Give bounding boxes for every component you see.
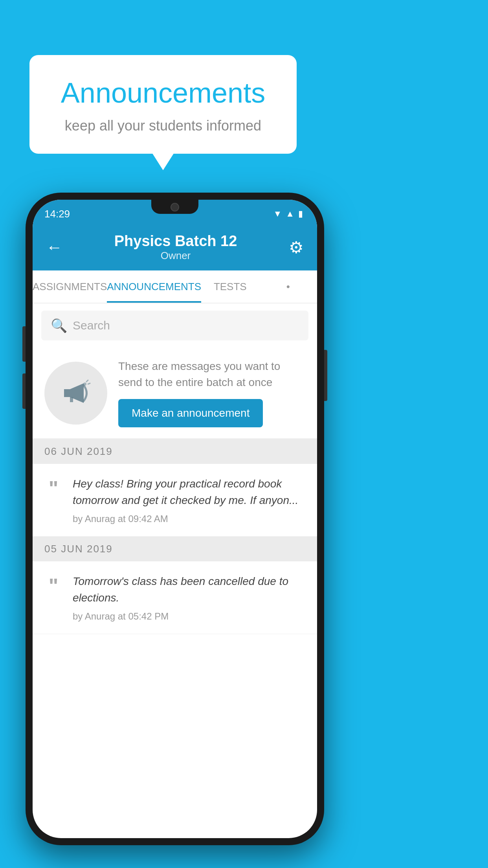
date-separator-1: 06 JUN 2019 xyxy=(33,439,317,464)
announcement-content-1: Hey class! Bring your practical record b… xyxy=(73,476,306,524)
tab-more[interactable]: • xyxy=(259,270,317,303)
phone-outer: 14:29 ▼ ▲ ▮ ← Physics Batch 12 Owner ⚙ xyxy=(26,193,324,845)
phone-wrapper: 14:29 ▼ ▲ ▮ ← Physics Batch 12 Owner ⚙ xyxy=(26,193,324,845)
phone-screen: 14:29 ▼ ▲ ▮ ← Physics Batch 12 Owner ⚙ xyxy=(33,200,317,838)
app-subtitle: Owner xyxy=(114,250,237,262)
date-label-1: 06 JUN 2019 xyxy=(44,445,113,457)
announcement-item-2[interactable]: " Tomorrow's class has been cancelled du… xyxy=(33,561,317,634)
settings-icon[interactable]: ⚙ xyxy=(289,238,304,257)
promo-right: These are messages you want to send to t… xyxy=(118,359,305,427)
tab-assignments[interactable]: ASSIGNMENTS xyxy=(33,270,107,303)
megaphone-icon xyxy=(58,375,94,411)
speech-bubble-container: Announcements keep all your students inf… xyxy=(29,55,297,154)
battery-icon: ▮ xyxy=(298,209,303,219)
date-label-2: 05 JUN 2019 xyxy=(44,543,113,555)
announcement-text-1: Hey class! Bring your practical record b… xyxy=(73,476,306,509)
search-placeholder: Search xyxy=(73,319,110,332)
speech-bubble: Announcements keep all your students inf… xyxy=(29,55,297,154)
date-separator-2: 05 JUN 2019 xyxy=(33,537,317,561)
search-bar[interactable]: 🔍 Search xyxy=(41,311,308,340)
tab-tests[interactable]: TESTS xyxy=(201,270,259,303)
app-bar-title: Physics Batch 12 Owner xyxy=(114,233,237,262)
promo-description: These are messages you want to send to t… xyxy=(118,359,305,390)
search-container: 🔍 Search xyxy=(33,303,317,348)
svg-line-2 xyxy=(88,383,90,384)
phone-button-left-bottom xyxy=(22,373,26,409)
announcement-text-2: Tomorrow's class has been cancelled due … xyxy=(73,573,306,606)
make-announcement-button[interactable]: Make an announcement xyxy=(118,399,263,427)
svg-point-0 xyxy=(83,383,86,386)
search-icon: 🔍 xyxy=(51,318,67,333)
svg-line-1 xyxy=(86,380,88,382)
signal-icon: ▲ xyxy=(286,209,294,219)
announcement-promo: These are messages you want to send to t… xyxy=(33,348,317,439)
wifi-icon: ▼ xyxy=(273,209,282,219)
quote-icon-2: " xyxy=(44,576,63,596)
announcement-content-2: Tomorrow's class has been cancelled due … xyxy=(73,573,306,622)
back-button[interactable]: ← xyxy=(46,238,62,257)
phone-button-right xyxy=(324,350,327,401)
tab-announcements[interactable]: ANNOUNCEMENTS xyxy=(107,270,201,303)
announcement-meta-1: by Anurag at 09:42 AM xyxy=(73,513,306,524)
announcement-item-1[interactable]: " Hey class! Bring your practical record… xyxy=(33,464,317,537)
quote-icon-1: " xyxy=(44,478,63,498)
phone-notch xyxy=(151,200,198,214)
promo-icon-circle xyxy=(44,362,107,425)
speech-bubble-subtitle: keep all your students informed xyxy=(53,118,273,134)
app-title: Physics Batch 12 xyxy=(114,233,237,250)
status-icons: ▼ ▲ ▮ xyxy=(273,209,303,219)
phone-button-left-top xyxy=(22,326,26,362)
phone-camera xyxy=(171,203,179,211)
tab-bar: ASSIGNMENTS ANNOUNCEMENTS TESTS • xyxy=(33,270,317,303)
status-time: 14:29 xyxy=(44,208,70,220)
announcement-meta-2: by Anurag at 05:42 PM xyxy=(73,611,306,622)
speech-bubble-title: Announcements xyxy=(53,77,273,109)
app-bar: ← Physics Batch 12 Owner ⚙ xyxy=(33,224,317,270)
